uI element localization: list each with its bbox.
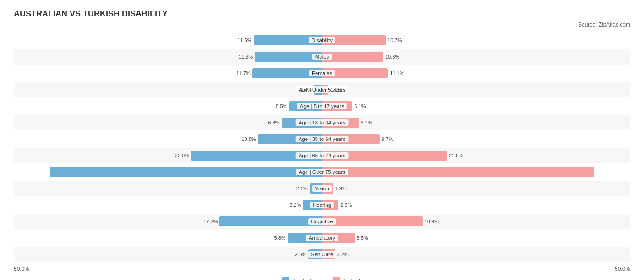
left-bar-value: 3.2% xyxy=(289,202,301,208)
turkish-legend-box xyxy=(333,277,340,280)
blue-bar xyxy=(254,35,322,45)
chart-row: 11.3% Males 10.3% xyxy=(14,49,630,65)
left-bar-value: 11.5% xyxy=(237,38,251,43)
left-bar-value: 22.0% xyxy=(175,153,189,158)
left-bar-value: 5.8% xyxy=(274,235,286,241)
left-bar-value: 17.2% xyxy=(203,219,218,224)
right-bar-value: 10.7% xyxy=(387,38,402,43)
pink-bar xyxy=(322,249,335,259)
axis-bottom: 50.0% 50.0% xyxy=(14,263,630,274)
chart-row: 2.3% Self-Care 2.2% xyxy=(14,247,630,262)
blue-bar xyxy=(282,118,322,128)
blue-bar xyxy=(255,52,322,62)
blue-bar xyxy=(303,200,322,210)
axis-left: 50.0% xyxy=(14,266,29,272)
legend-australian: Australian xyxy=(282,277,319,280)
pink-bar xyxy=(322,52,383,62)
australian-legend-box xyxy=(282,277,289,280)
pink-bar xyxy=(322,85,328,95)
right-bar-value: 16.9% xyxy=(425,219,439,224)
right-bar-value: 5.1% xyxy=(354,103,366,109)
right-bar-value: 2.8% xyxy=(340,202,352,208)
pink-bar xyxy=(322,151,447,161)
left-bar-value: 11.3% xyxy=(239,54,253,59)
legend: Australian Turkish xyxy=(14,277,630,280)
left-bar-value: 45.7% xyxy=(16,169,31,175)
pink-bar xyxy=(322,101,352,111)
source-label: Source: ZipAtlas.com xyxy=(14,22,630,28)
blue-bar xyxy=(219,216,322,226)
chart-row: 11.7% Females 11.1% xyxy=(14,65,630,81)
pink-bar xyxy=(322,68,388,78)
pink-bar xyxy=(322,35,386,45)
left-bar-value: 6.8% xyxy=(268,120,280,125)
right-bar-value: 1.1% xyxy=(330,87,342,92)
pink-bar xyxy=(322,134,380,144)
left-bar-value: 1.4% xyxy=(300,87,312,92)
blue-bar xyxy=(252,68,322,78)
blue-bar xyxy=(310,183,322,194)
legend-turkish: Turkish xyxy=(333,277,362,280)
right-bar-value: 11.1% xyxy=(390,70,404,76)
chart-area: 11.5% Disability 10.7% xyxy=(14,32,630,280)
chart-row: 45.7% Age | Over 75 years 45.7% xyxy=(14,164,630,180)
left-bar-value: 11.7% xyxy=(236,70,251,76)
right-bar-value: 45.7% xyxy=(613,169,628,175)
chart-title: AUSTRALIAN VS TURKISH DISABILITY xyxy=(14,9,630,19)
pink-bar xyxy=(322,167,594,177)
left-bar-value: 10.8% xyxy=(241,136,256,142)
right-bar-value: 10.3% xyxy=(385,54,399,59)
blue-bar xyxy=(288,233,322,243)
pink-bar xyxy=(322,216,423,226)
chart-row: 22.0% Age | 65 to 74 years 21.0% xyxy=(14,148,630,163)
right-bar-value: 9.7% xyxy=(382,136,393,142)
right-bar-value: 5.5% xyxy=(357,235,368,241)
left-bar-value: 5.5% xyxy=(276,103,287,109)
blue-bar xyxy=(308,249,322,259)
chart-row: 5.5% Age | 5 to 17 years 5.1% xyxy=(14,98,630,114)
pink-bar xyxy=(322,183,333,194)
blue-bar xyxy=(191,151,322,161)
right-bar-value: 1.9% xyxy=(335,186,347,191)
chart-row: 2.1% Vision 1.9% xyxy=(14,181,630,196)
pink-bar xyxy=(322,118,359,128)
chart-row: 6.8% Age | 18 to 34 years 6.2% xyxy=(14,115,630,130)
chart-row: 1.4% Age | Under 5 years 1.1% xyxy=(14,82,630,97)
chart-row: 10.8% Age | 35 to 64 years 9.7% xyxy=(14,131,630,147)
pink-bar xyxy=(322,233,355,243)
chart-row: 17.2% Cognitive 16.9% xyxy=(14,214,630,229)
chart-row: 3.2% Hearing 2.8% xyxy=(14,197,630,213)
right-bar-value: 2.2% xyxy=(337,252,349,257)
chart-row: 5.8% Ambulatory 5.5% xyxy=(14,230,630,246)
right-bar-value: 21.0% xyxy=(449,153,463,158)
turkish-legend-label: Turkish xyxy=(343,277,362,280)
left-bar-value: 2.3% xyxy=(295,252,306,257)
left-bar-value: 2.1% xyxy=(296,186,308,191)
blue-bar xyxy=(289,101,322,111)
chart-row: 11.5% Disability 10.7% xyxy=(14,32,630,48)
blue-bar xyxy=(50,167,322,177)
blue-bar xyxy=(258,134,322,144)
axis-right: 50.0% xyxy=(615,266,630,272)
pink-bar xyxy=(322,200,338,210)
australian-legend-label: Australian xyxy=(292,277,319,280)
right-bar-value: 6.2% xyxy=(361,120,372,125)
blue-bar xyxy=(314,85,322,95)
